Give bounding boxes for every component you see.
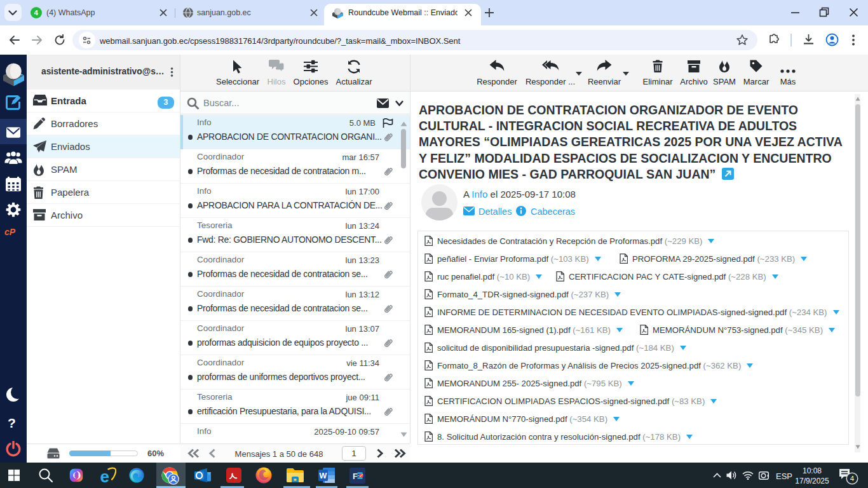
svg-text:ESP: ESP: [776, 471, 792, 481]
svg-text:W: W: [320, 471, 327, 480]
svg-text:F: F: [353, 471, 358, 481]
svg-text:10:08: 10:08: [803, 466, 822, 475]
svg-text:17/9/2025: 17/9/2025: [795, 477, 829, 485]
svg-text:4: 4: [850, 475, 855, 482]
